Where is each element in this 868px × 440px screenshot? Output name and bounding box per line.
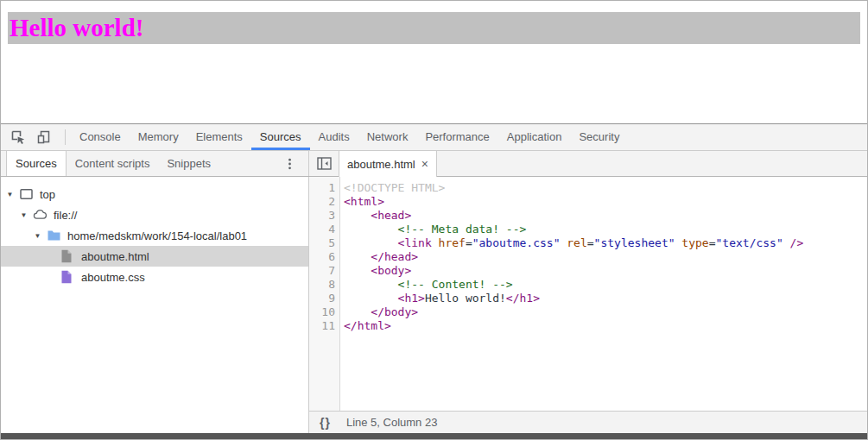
token-string: "aboutme.css" bbox=[472, 236, 561, 249]
close-icon[interactable]: × bbox=[421, 158, 428, 170]
token-tag: <html> bbox=[344, 195, 384, 208]
frame-icon bbox=[19, 187, 34, 201]
devtools-tab-performance[interactable]: Performance bbox=[416, 124, 497, 150]
line-number: 1 bbox=[309, 181, 339, 195]
devtools-tab-application[interactable]: Application bbox=[498, 124, 571, 150]
token-tag: <h1> bbox=[344, 292, 425, 305]
tree-item-label: home/medskm/work/154-local/lab01 bbox=[67, 229, 247, 242]
tree-item-label: top bbox=[40, 188, 55, 201]
devtools-second-row: SourcesContent scriptsSnippets aboutme.h… bbox=[1, 151, 867, 177]
line-number: 11 bbox=[309, 319, 339, 333]
devtools-tab-security[interactable]: Security bbox=[570, 124, 628, 150]
page-heading: Hello world! bbox=[8, 12, 860, 44]
tree-item-label: aboutme.css bbox=[81, 271, 145, 284]
tree-item-top[interactable]: ▼top bbox=[1, 184, 308, 204]
device-toolbar-icon[interactable] bbox=[35, 129, 53, 146]
devtools-tab-audits[interactable]: Audits bbox=[310, 124, 358, 150]
line-number: 5 bbox=[309, 236, 339, 250]
line-number: 6 bbox=[309, 250, 339, 264]
token-tag: </body> bbox=[344, 305, 418, 318]
token-string: "stylesheet" bbox=[594, 236, 675, 249]
navigator-tab-content-scripts[interactable]: Content scripts bbox=[67, 151, 159, 176]
tree-item-file[interactable]: ▼file:// bbox=[1, 204, 308, 225]
token-tag: </head> bbox=[344, 250, 418, 263]
cursor-position-text: Line 5, Column 23 bbox=[346, 416, 438, 429]
code-line-10: </body> bbox=[344, 305, 867, 319]
more-vert-icon[interactable] bbox=[283, 157, 296, 171]
pretty-print-icon[interactable]: {} bbox=[320, 416, 331, 430]
token-attr: type bbox=[681, 236, 708, 249]
line-number: 8 bbox=[309, 278, 339, 292]
line-number: 3 bbox=[309, 209, 339, 223]
devtools-tab-sources[interactable]: Sources bbox=[251, 124, 310, 150]
line-number: 4 bbox=[309, 223, 339, 236]
token-attr: href bbox=[439, 236, 466, 249]
line-number: 10 bbox=[309, 305, 339, 319]
source-editor: 1234567891011 <!DOCTYPE HTML><html> <hea… bbox=[309, 177, 867, 433]
folder-icon bbox=[47, 229, 61, 242]
tree-item-home-medskm-work-154-local-lab01[interactable]: ▼home/medskm/work/154-local/lab01 bbox=[1, 225, 308, 246]
inspect-icon[interactable] bbox=[10, 129, 27, 146]
token-string: "text/css" bbox=[716, 236, 783, 249]
screenshot-root: Hello world! ConsoleMemoryElementsSource… bbox=[0, 0, 868, 440]
html-file-icon bbox=[60, 249, 75, 263]
token-plain: = bbox=[587, 236, 594, 249]
token-tag: <body> bbox=[344, 264, 411, 277]
line-number: 7 bbox=[309, 264, 339, 278]
code-line-4: <!-- Meta data! --> bbox=[344, 223, 867, 236]
editor-tab-label: aboutme.html bbox=[347, 158, 415, 171]
editor-tab-strip: aboutme.html × bbox=[309, 151, 867, 176]
navigator-tab-sources[interactable]: Sources bbox=[6, 151, 67, 176]
code-lines[interactable]: <!DOCTYPE HTML><html> <head> <!-- Meta d… bbox=[340, 177, 867, 411]
token-attr: rel bbox=[567, 236, 586, 249]
collapse-sidebar-icon[interactable] bbox=[309, 151, 339, 176]
devtools-tab-memory[interactable]: Memory bbox=[130, 124, 187, 150]
token-comment: <!-- Content! --> bbox=[344, 278, 513, 291]
devtools-panel: ConsoleMemoryElementsSourcesAuditsNetwor… bbox=[1, 123, 867, 439]
devtools-tab-console[interactable]: Console bbox=[71, 124, 130, 150]
token-plain: Hello world! bbox=[425, 292, 506, 305]
code-line-1: <!DOCTYPE HTML> bbox=[344, 181, 867, 195]
devtools-tab-strip: ConsoleMemoryElementsSourcesAuditsNetwor… bbox=[71, 124, 628, 150]
expander-arrow-icon[interactable]: ▼ bbox=[19, 211, 29, 219]
code-line-6: </head> bbox=[344, 250, 867, 264]
navigator-tab-snippets[interactable]: Snippets bbox=[158, 151, 219, 176]
token-tag: /> bbox=[783, 236, 803, 249]
line-number: 9 bbox=[309, 292, 339, 305]
editor-tab-aboutme-html[interactable]: aboutme.html × bbox=[339, 151, 437, 177]
code-line-11: </html> bbox=[344, 319, 867, 333]
cloud-icon bbox=[33, 208, 48, 222]
code-line-9: <h1>Hello world!</h1> bbox=[344, 292, 867, 305]
code-area[interactable]: 1234567891011 <!DOCTYPE HTML><html> <hea… bbox=[309, 177, 867, 411]
token-tag: <head> bbox=[344, 209, 411, 222]
line-number-gutter: 1234567891011 bbox=[309, 177, 340, 411]
navigator-tab-strip: SourcesContent scriptsSnippets bbox=[1, 151, 309, 176]
tree-item-label: aboutme.html bbox=[81, 250, 149, 263]
expander-arrow-icon[interactable]: ▼ bbox=[33, 232, 42, 240]
token-tag: <link bbox=[344, 236, 439, 249]
token-tag: </h1> bbox=[506, 292, 540, 305]
tree-item-aboutme-css[interactable]: aboutme.css bbox=[1, 267, 308, 287]
token-tag: </html> bbox=[344, 319, 391, 332]
window-bottom-edge bbox=[1, 433, 867, 439]
code-line-5: <link href="aboutme.css" rel="stylesheet… bbox=[344, 236, 867, 250]
code-line-7: <body> bbox=[344, 264, 867, 278]
token-plain: = bbox=[709, 236, 716, 249]
expander-arrow-icon[interactable]: ▼ bbox=[5, 191, 15, 198]
rendered-webpage: Hello world! bbox=[1, 12, 867, 135]
tree-item-label: file:// bbox=[54, 209, 77, 222]
token-comment: <!-- Meta data! --> bbox=[344, 223, 526, 236]
line-number: 2 bbox=[309, 195, 339, 209]
tree-item-aboutme-html[interactable]: aboutme.html bbox=[1, 246, 308, 267]
editor-status-bar: {} Line 5, Column 23 bbox=[309, 411, 867, 433]
css-file-icon bbox=[60, 270, 75, 284]
code-line-8: <!-- Content! --> bbox=[344, 278, 867, 292]
code-line-3: <head> bbox=[344, 209, 867, 223]
devtools-main-toolbar: ConsoleMemoryElementsSourcesAuditsNetwor… bbox=[1, 124, 867, 151]
devtools-body: ▼top▼file://▼home/medskm/work/154-local/… bbox=[1, 177, 867, 433]
devtools-tab-elements[interactable]: Elements bbox=[187, 124, 251, 150]
devtools-tab-network[interactable]: Network bbox=[358, 124, 417, 150]
code-line-2: <html> bbox=[344, 195, 867, 209]
token-doctype: <!DOCTYPE HTML> bbox=[344, 181, 445, 194]
file-navigator-tree: ▼top▼file://▼home/medskm/work/154-local/… bbox=[1, 177, 309, 433]
